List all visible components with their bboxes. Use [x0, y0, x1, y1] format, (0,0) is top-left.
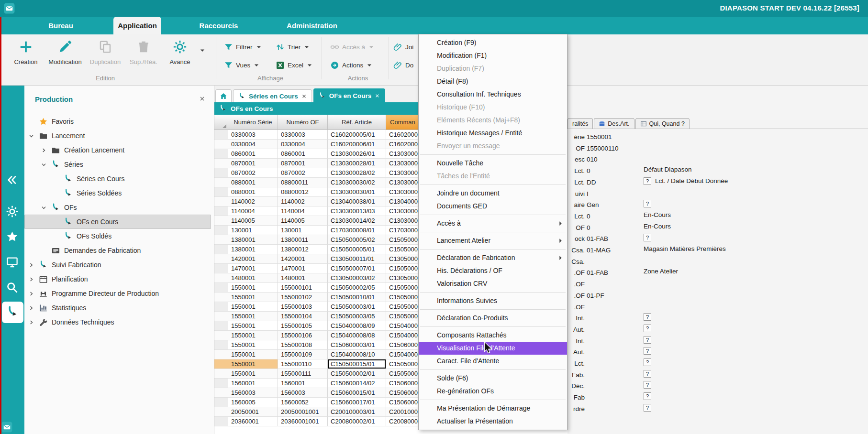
- tree-item-suivi-fabrication[interactable]: Suivi Fabrication: [24, 258, 214, 272]
- menu-item-informations-suivies[interactable]: Informations Suivies: [419, 294, 567, 307]
- row-selector[interactable]: [214, 245, 228, 254]
- cell[interactable]: 15600052: [278, 398, 328, 407]
- row-selector[interactable]: [214, 302, 228, 312]
- desktop-icon[interactable]: [6, 256, 19, 269]
- chevron-right-icon[interactable]: [41, 147, 47, 153]
- chevron-right-icon[interactable]: [28, 319, 34, 326]
- cell[interactable]: 0330003: [278, 130, 328, 140]
- tree-item-lancement[interactable]: Lancement: [24, 129, 214, 143]
- cell[interactable]: 0880001: [228, 178, 278, 187]
- menu-item-cr-ation-f9[interactable]: Création (F9): [419, 36, 567, 49]
- menu-item-ma-pr-sentation-de-d-marrage[interactable]: Ma Présentation de Démarrage: [419, 402, 567, 415]
- row-selector[interactable]: [214, 264, 228, 273]
- cell[interactable]: 155000111: [278, 369, 328, 379]
- cell[interactable]: C150600014/02: [328, 379, 386, 388]
- row-selector[interactable]: [214, 216, 228, 226]
- chevron-right-icon[interactable]: [28, 276, 34, 282]
- cell[interactable]: 1560001: [228, 379, 278, 388]
- menu-tab-raccourcis[interactable]: Raccourcis: [188, 17, 250, 34]
- cell[interactable]: 155000106: [278, 331, 328, 340]
- row-selector[interactable]: [214, 331, 228, 340]
- chevron-down-icon[interactable]: [200, 49, 205, 52]
- cell[interactable]: 1380001: [228, 245, 278, 254]
- cell[interactable]: 155000104: [278, 312, 328, 321]
- cell[interactable]: 1560003: [278, 388, 328, 398]
- cell[interactable]: C130300030/01: [328, 187, 386, 197]
- row-selector[interactable]: [214, 159, 228, 168]
- corner-widget-icon[interactable]: [1, 421, 13, 433]
- row-selector[interactable]: [214, 178, 228, 187]
- menu-item-re-g-n-ration-ofs[interactable]: Re-génération OFs: [419, 385, 567, 398]
- cell[interactable]: C150600003/01: [328, 340, 386, 350]
- tree-item-programme-directeur-de-production[interactable]: Programme Directeur de Production: [24, 286, 214, 301]
- cell[interactable]: 1550001: [228, 293, 278, 302]
- filter-button[interactable]: Filtrer: [224, 41, 261, 53]
- row-selector[interactable]: [214, 293, 228, 302]
- cell[interactable]: C150500002/05: [328, 283, 386, 293]
- menu-item-composants-rattach-s[interactable]: Composants Rattachés: [419, 329, 567, 342]
- row-selector[interactable]: [214, 235, 228, 245]
- cell[interactable]: C170300008/01: [328, 226, 386, 235]
- cell[interactable]: C150400008/08: [328, 331, 386, 340]
- row-selector[interactable]: [214, 149, 228, 159]
- cell[interactable]: C130500011/01: [328, 254, 386, 264]
- advanced-button[interactable]: Avancé: [161, 37, 199, 78]
- row-selector[interactable]: [214, 273, 228, 283]
- tree-item-planification[interactable]: Planification: [24, 272, 214, 286]
- menu-item-joindre-un-document[interactable]: Joindre un document: [419, 187, 567, 200]
- tree-item-ofs-sold-s[interactable]: OFs Soldés: [24, 229, 214, 243]
- cell[interactable]: 1140005: [228, 216, 278, 226]
- tree-item-s-ries[interactable]: Séries: [24, 157, 214, 172]
- chevron-right-icon[interactable]: [28, 305, 34, 311]
- cell[interactable]: C130400038/01: [328, 197, 386, 206]
- row-selector[interactable]: [214, 398, 228, 407]
- excel-button[interactable]: Excel: [276, 59, 312, 71]
- menu-item-visualisation-file-d-attente[interactable]: Visualisation File d'Attente: [419, 342, 567, 355]
- help-button[interactable]: ?: [644, 336, 651, 344]
- select-all-header[interactable]: [214, 115, 228, 130]
- cell[interactable]: 155000108: [278, 340, 328, 350]
- cell[interactable]: C130300028/01: [328, 159, 386, 168]
- menu-item-solde-f6[interactable]: Solde (F6): [419, 372, 567, 385]
- cell[interactable]: 1550001: [228, 369, 278, 379]
- chevron-down-icon[interactable]: [28, 133, 34, 139]
- menu-item-documents-ged[interactable]: Documents GED: [419, 200, 567, 213]
- cell[interactable]: 155000110: [278, 359, 328, 369]
- row-selector[interactable]: [214, 140, 228, 149]
- cell[interactable]: 1550001: [228, 359, 278, 369]
- modification-button[interactable]: Modification: [46, 37, 84, 78]
- column-header-num-ro-of[interactable]: Numéro OF: [278, 115, 328, 130]
- cell[interactable]: 1550001: [228, 283, 278, 293]
- cell[interactable]: C150500005/01: [328, 245, 386, 254]
- cell[interactable]: 0870001: [278, 159, 328, 168]
- cell[interactable]: C150500007/01: [328, 264, 386, 273]
- documents-button[interactable]: Do: [393, 59, 413, 71]
- cell[interactable]: 1550001: [228, 331, 278, 340]
- cell[interactable]: C150500010/01: [328, 293, 386, 302]
- help-button[interactable]: ?: [644, 358, 651, 366]
- tree-item-donn-es-techniques[interactable]: Données Techniques: [24, 315, 214, 329]
- cell[interactable]: C160200006/01: [328, 140, 386, 149]
- cell[interactable]: 1550001: [228, 312, 278, 321]
- row-selector[interactable]: [214, 350, 228, 359]
- menu-item-modification-f1[interactable]: Modification (F1): [419, 49, 567, 62]
- cell[interactable]: 1560005: [228, 398, 278, 407]
- cell[interactable]: 0330004: [278, 140, 328, 149]
- help-button[interactable]: ?: [644, 370, 651, 378]
- menu-item-valorisation-crv[interactable]: Valorisation CRV: [419, 277, 567, 290]
- cell[interactable]: 0880001: [228, 187, 278, 197]
- attach-document-button[interactable]: Joi: [393, 41, 413, 53]
- cell[interactable]: 1550001: [228, 350, 278, 359]
- help-button[interactable]: ?: [644, 200, 651, 207]
- cell[interactable]: C150400008/09: [328, 321, 386, 331]
- column-header-num-ro-s-rie[interactable]: Numéro Série: [228, 115, 278, 130]
- cell[interactable]: 1140005: [278, 216, 328, 226]
- menu-tab-application[interactable]: Application: [113, 17, 161, 34]
- cell[interactable]: 0860001: [228, 149, 278, 159]
- help-button[interactable]: ?: [644, 313, 651, 321]
- tree-item-statistiques[interactable]: Statistiques: [24, 301, 214, 315]
- row-selector[interactable]: [214, 359, 228, 369]
- settings-gear-icon[interactable]: [6, 205, 19, 218]
- favorites-star-icon[interactable]: [6, 230, 19, 243]
- cell[interactable]: 1480001: [278, 273, 328, 283]
